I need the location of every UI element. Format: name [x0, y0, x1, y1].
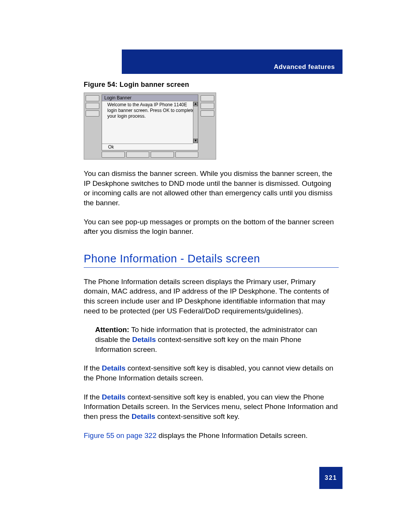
lcd-ok-label: Ok	[108, 144, 114, 150]
paragraph-dismiss-banner: You can dismiss the banner screen. While…	[84, 169, 339, 208]
attention-details-word: Details	[132, 335, 156, 343]
lcd-banner-body: Welcome to the Avaya IP Phone 1140E logi…	[102, 101, 198, 120]
attention-label: Attention:	[95, 326, 129, 334]
lcd-ok-row: Ok	[102, 144, 193, 150]
p5-before: If the	[84, 393, 102, 401]
figure-55-link[interactable]: Figure 55 on page 322	[84, 431, 156, 439]
p6-after: displays the Phone Information Details s…	[156, 431, 307, 439]
p4-details-word: Details	[102, 364, 126, 372]
paragraph-popup-messages: You can see pop-up messages or prompts o…	[84, 217, 339, 236]
p4-before: If the	[84, 364, 102, 372]
p5-after: context-sensitive soft key.	[155, 412, 239, 420]
p5-details-word: Details	[102, 393, 126, 401]
lcd-banner-title: Login Banner	[104, 95, 131, 101]
scroll-down-icon: ▼	[193, 139, 198, 143]
lcd-main-panel: Login Banner Welcome to the Avaya IP Pho…	[102, 94, 198, 150]
bottom-softkey-2	[126, 152, 150, 158]
right-softkeys	[199, 93, 216, 159]
figure-54-caption: Figure 54: Login banner screen	[84, 81, 339, 89]
left-softkey-3	[86, 110, 99, 117]
bottom-softkey-3	[151, 152, 174, 158]
bottom-softkeys-row	[102, 150, 198, 158]
paragraph-figure55-ref: Figure 55 on page 322 displays the Phone…	[84, 431, 339, 441]
page-number-container: 321	[84, 467, 339, 491]
lcd-banner-titlebar: Login Banner	[102, 95, 198, 101]
attention-block: Attention: To hide information that is p…	[95, 325, 339, 354]
login-banner-screenshot: Login Banner Welcome to the Avaya IP Pho…	[84, 93, 216, 160]
paragraph-details-disabled: If the Details context-sensitive soft ke…	[84, 363, 339, 383]
paragraph-phone-info-desc: The Phone Information details screen dis…	[84, 277, 339, 316]
section-heading-phone-info: Phone Information - Details screen	[84, 252, 339, 268]
right-softkey-2	[201, 103, 214, 109]
header-bar: Advanced features	[122, 50, 342, 74]
lcd-scrollbar: ▲ ▼	[193, 102, 198, 143]
right-softkey-1	[201, 95, 214, 101]
page-number: 321	[319, 467, 342, 489]
left-softkeys	[84, 93, 101, 159]
p5-details-word-2: Details	[132, 412, 155, 420]
right-softkey-3	[201, 110, 214, 117]
bottom-softkey-4	[175, 152, 199, 158]
bottom-softkey-1	[102, 152, 125, 158]
document-page: Advanced features Figure 54: Login banne…	[0, 0, 411, 522]
paragraph-details-enabled: If the Details context-sensitive soft ke…	[84, 392, 339, 422]
left-softkey-2	[86, 103, 99, 109]
scroll-up-icon: ▲	[193, 102, 198, 106]
header-section-label: Advanced features	[274, 63, 335, 71]
left-softkey-1	[86, 95, 99, 101]
lcd-center: Login Banner Welcome to the Avaya IP Pho…	[101, 93, 199, 159]
